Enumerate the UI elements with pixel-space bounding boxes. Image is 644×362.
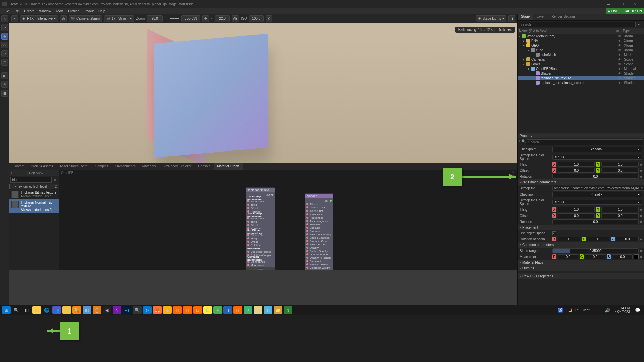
offset-y-field-1[interactable]: 0.0 xyxy=(601,168,638,173)
mg-add-icon[interactable]: + xyxy=(11,171,13,175)
stage-row-world--defaultprim-[interactable]: ▾World (defaultPrim)👁Xform xyxy=(518,34,644,38)
houdini-icon-2[interactable]: H xyxy=(183,306,192,314)
tab-layer[interactable]: Layer xyxy=(533,14,548,20)
tool-more[interactable]: ☰ xyxy=(1,90,8,97)
tray-expand-icon[interactable]: ˄ xyxy=(593,306,602,314)
blend-range-slider[interactable]: 0.35000 xyxy=(552,248,639,253)
mg-more2-icon[interactable]: ⋯ xyxy=(22,171,25,175)
node-port[interactable]: Use object space xyxy=(247,250,273,253)
node-port[interactable]: Roughness xyxy=(306,216,332,219)
viewport-menu-icon[interactable]: ≡ xyxy=(11,15,18,22)
node-port[interactable]: Enable Emission xyxy=(306,236,332,239)
node-port[interactable]: Enable Clearcoat Layer xyxy=(306,263,332,266)
reset-icon[interactable]: ■ xyxy=(640,255,642,259)
rot-origin-y[interactable]: 0.0 xyxy=(587,237,609,241)
node-port[interactable]: Aniso roughness xyxy=(306,219,332,223)
render-settings-icon[interactable]: ◎ xyxy=(60,15,67,22)
app-icon-4[interactable]: ◆ xyxy=(163,306,172,314)
rotation-field-2[interactable]: 0.0 xyxy=(552,219,639,224)
stage-row-triplanar-normalmap-texture[interactable]: triplanar_normalmap_texture👁Shader xyxy=(518,80,644,85)
stage-row-cameras[interactable]: ▸Cameras👁Scope xyxy=(518,57,644,62)
menu-layout[interactable]: Layout xyxy=(81,9,96,13)
stage-row-omnipbrbase[interactable]: ▾OmniPBRBase👁Material xyxy=(518,66,644,71)
reset-icon[interactable]: ■ xyxy=(640,220,642,224)
stage-row-cube[interactable]: ▾cube👁Xform xyxy=(518,48,644,52)
teams-icon[interactable]: 👥 xyxy=(52,306,61,314)
app-icon-7[interactable]: ✈ xyxy=(244,306,252,314)
expand-icon[interactable]: ▾ xyxy=(523,62,526,66)
live-status-badge[interactable]: ▶ LIVE xyxy=(606,8,621,14)
node-port[interactable]: Enable Opacity xyxy=(306,249,332,253)
node-port[interactable]: Tiling xyxy=(247,237,273,240)
task-view-icon[interactable]: ◧ xyxy=(22,306,31,314)
app-icon-2[interactable]: ◧ xyxy=(83,306,91,314)
tab-simready[interactable]: SimReady Explorer xyxy=(159,163,195,170)
visibility-icon[interactable]: 👁 xyxy=(618,48,624,52)
accessibility-icon[interactable]: ♿ xyxy=(556,306,565,314)
node-port[interactable]: Clearcoat Weight xyxy=(306,266,332,269)
checkpoint-dropdown-1[interactable]: <head> ▾ xyxy=(552,147,642,152)
reset-icon[interactable]: ■ xyxy=(640,175,642,178)
expand-icon[interactable]: ▾ xyxy=(523,44,526,47)
node-port[interactable]: Tiling xyxy=(247,220,273,223)
tool-select-rect[interactable]: ↗ xyxy=(1,24,8,31)
node-port[interactable]: Emissive Intensity xyxy=(306,233,332,236)
camera-dropdown[interactable]: 📷 Camera_25mm xyxy=(69,15,102,22)
section-outputs[interactable]: ▸Outputs xyxy=(518,265,644,271)
mean-color-swatch[interactable] xyxy=(634,254,639,259)
app-icon-3[interactable]: 🔍 xyxy=(133,306,142,314)
tiling-y-field-1[interactable]: 1.0 xyxy=(601,162,638,167)
node-port[interactable]: Opacity xyxy=(306,246,332,249)
mg-search-input[interactable] xyxy=(10,177,52,183)
app-icon-1[interactable]: λ xyxy=(62,306,71,314)
node-port[interactable]: Emissive Color xyxy=(306,239,332,243)
node-port[interactable]: Metalness xyxy=(306,223,332,226)
checkpoint-dropdown-2[interactable]: <head> ▾ xyxy=(552,192,642,197)
aperture-field[interactable]: 22.0 xyxy=(215,15,230,22)
exposure-expand-icon[interactable]: ⟪ xyxy=(266,15,272,22)
app-icon-9[interactable]: ◐ xyxy=(264,306,272,314)
node-port[interactable]: Bitmap File xyxy=(247,217,273,220)
cache-status-badge[interactable]: CACHE: ON xyxy=(621,8,644,14)
stage-row-triplanar-file-texture[interactable]: triplanar_file_texture👁Shader xyxy=(518,76,644,80)
expand-icon[interactable]: ▾ xyxy=(518,34,522,38)
node-port[interactable]: Reflectivity xyxy=(306,213,332,216)
renderer-dropdown[interactable]: ◉ RTX – Interactive ▾ xyxy=(20,15,58,22)
window-close-button[interactable]: ✕ xyxy=(629,2,642,6)
node-triplanar-file-texture[interactable]: triplanar file texture out1st Bitmap par… xyxy=(246,187,275,270)
tab-materials[interactable]: Materials xyxy=(139,163,159,170)
visibility-icon[interactable]: 👁 xyxy=(618,44,624,47)
expand-icon[interactable]: ▾ xyxy=(528,48,531,52)
search-icon[interactable]: 🔍 xyxy=(12,306,21,314)
colorspace-dropdown-1[interactable]: sRGB▾ xyxy=(552,155,642,160)
bitmap-file-path-field[interactable]: omniverse://content.ov.nvidia.com/Projec… xyxy=(552,186,644,191)
mg-item-triplanar-bitmap-texture[interactable]: Triplanar Bitmap textureAllows texturin.… xyxy=(9,189,59,199)
section-placement[interactable]: ▾Placement xyxy=(518,225,644,230)
tiling-x-field-2[interactable]: 1.0 xyxy=(558,207,595,212)
rotation-field-1[interactable]: 0.0 xyxy=(552,174,639,179)
visibility-icon[interactable]: 👁 xyxy=(618,39,624,43)
colorspace-dropdown-2[interactable]: sRGB▾ xyxy=(552,200,642,205)
mg-item-triplanar-normalmap-texture[interactable]: Triplanar Normalmap textureAllows textur… xyxy=(9,199,59,213)
tab-material-graph[interactable]: Material Graph xyxy=(214,163,243,170)
tool-scale[interactable]: ⤢ xyxy=(1,50,8,57)
node-port[interactable]: Tiling xyxy=(247,203,273,206)
node-port[interactable]: Opacity Amount xyxy=(306,253,332,256)
node-port[interactable]: Emissive Tint xyxy=(306,243,332,246)
menu-help[interactable]: Help xyxy=(96,9,108,13)
expand-icon[interactable]: ▾ xyxy=(528,67,531,71)
mg-edit-menu[interactable]: Edit xyxy=(29,171,35,175)
distance-field[interactable]: 355.039 xyxy=(181,15,200,22)
reset-icon[interactable]: ■ xyxy=(640,249,642,253)
tool-move[interactable]: ✥ xyxy=(1,33,8,40)
vscode-icon[interactable]: ⟨⟩ xyxy=(143,306,152,314)
visibility-icon[interactable]: 👁 xyxy=(618,34,624,38)
iso-field[interactable]: 100.0 xyxy=(249,15,264,22)
target-icon[interactable]: ✥ xyxy=(202,15,209,22)
prop-add-icon[interactable]: + xyxy=(519,139,521,145)
node-port[interactable]: Bitmap File xyxy=(247,200,273,203)
menu-create[interactable]: Create xyxy=(22,9,37,13)
window-max-button[interactable]: ❐ xyxy=(615,2,629,6)
node-port[interactable]: Clearcoat xyxy=(306,259,332,263)
stage-lights-dropdown[interactable]: ☀ Stage Lights ▾ xyxy=(476,15,506,22)
